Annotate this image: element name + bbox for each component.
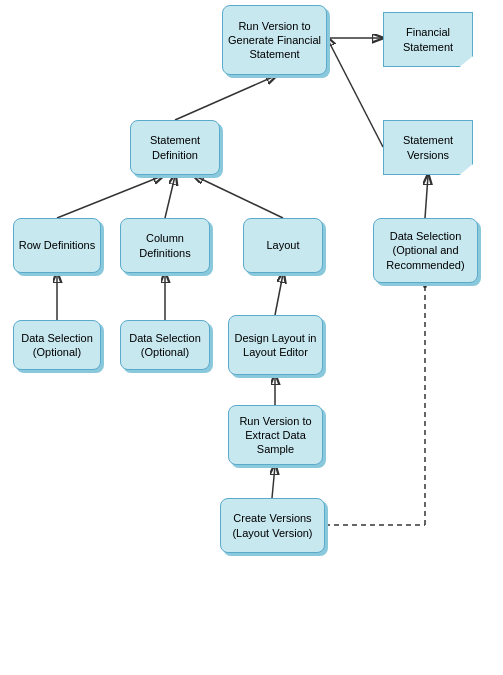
run-version-extract-label: Run Version to Extract Data Sample [233,414,318,457]
data-selection-optional2-label: Data Selection (Optional) [125,331,205,360]
row-definitions-label: Row Definitions [19,238,95,252]
statement-versions-node: Statement Versions [383,120,473,175]
column-definitions-node: Column Definitions [120,218,210,273]
svg-line-14 [327,38,383,147]
statement-definition-node: Statement Definition [130,120,220,175]
statement-definition-label: Statement Definition [135,133,215,162]
financial-statement-label: Financial Statement [388,25,468,54]
svg-line-7 [275,274,283,315]
data-selection-optional2-node: Data Selection (Optional) [120,320,210,370]
data-selection-recommended-node: Data Selection (Optional and Recommended… [373,218,478,283]
run-version-extract-node: Run Version to Extract Data Sample [228,405,323,465]
layout-node: Layout [243,218,323,273]
svg-line-2 [57,176,162,218]
data-selection-optional1-node: Data Selection (Optional) [13,320,101,370]
data-selection-optional1-label: Data Selection (Optional) [18,331,96,360]
create-versions-node: Create Versions (Layout Version) [220,498,325,553]
run-version-top-node: Run Version to Generate Financial Statem… [222,5,327,75]
svg-line-4 [195,176,283,218]
design-layout-label: Design Layout in Layout Editor [233,331,318,360]
diagram: Run Version to Generate Financial Statem… [0,0,503,675]
data-selection-recommended-label: Data Selection (Optional and Recommended… [378,229,473,272]
svg-line-9 [272,466,275,498]
statement-versions-label: Statement Versions [388,133,468,162]
svg-line-3 [165,176,175,218]
create-versions-label: Create Versions (Layout Version) [225,511,320,540]
row-definitions-node: Row Definitions [13,218,101,273]
design-layout-node: Design Layout in Layout Editor [228,315,323,375]
run-version-top-label: Run Version to Generate Financial Statem… [227,19,322,62]
svg-line-1 [175,76,275,120]
financial-statement-node: Financial Statement [383,12,473,67]
column-definitions-label: Column Definitions [125,231,205,260]
layout-label: Layout [266,238,299,252]
svg-line-13 [425,176,428,218]
